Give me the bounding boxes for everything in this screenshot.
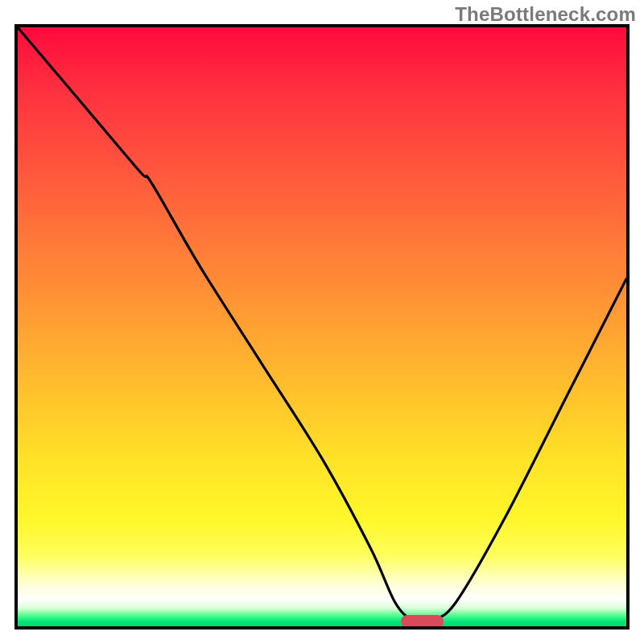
chart-canvas: TheBottleneck.com <box>0 0 644 644</box>
trough-marker <box>401 615 444 628</box>
plot-area <box>14 24 630 630</box>
bottleneck-curve <box>18 27 626 622</box>
curve-svg <box>18 27 626 626</box>
watermark-text: TheBottleneck.com <box>455 3 636 26</box>
